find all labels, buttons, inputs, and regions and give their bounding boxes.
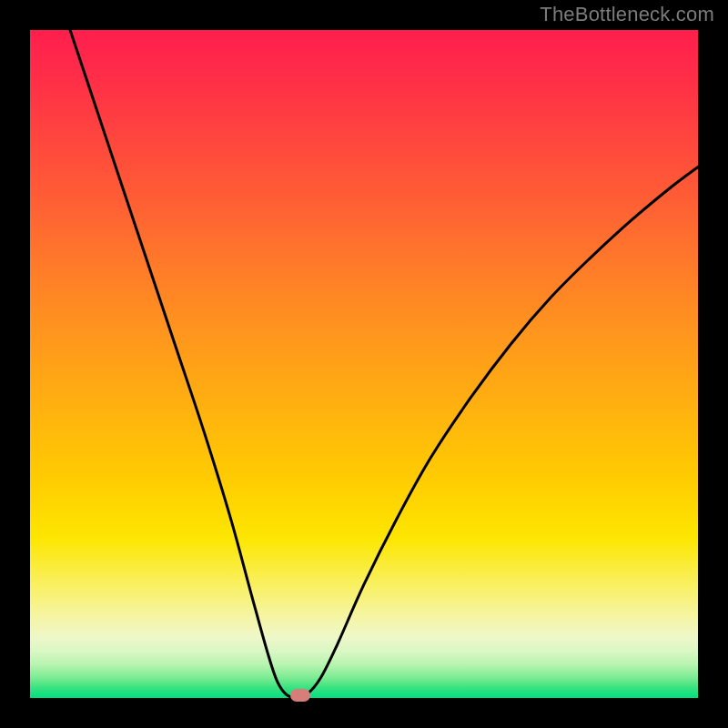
chart-frame: TheBottleneck.com [0,0,728,728]
optimum-marker [290,689,310,702]
bottleneck-curve [30,30,698,698]
watermark-text: TheBottleneck.com [540,3,714,26]
